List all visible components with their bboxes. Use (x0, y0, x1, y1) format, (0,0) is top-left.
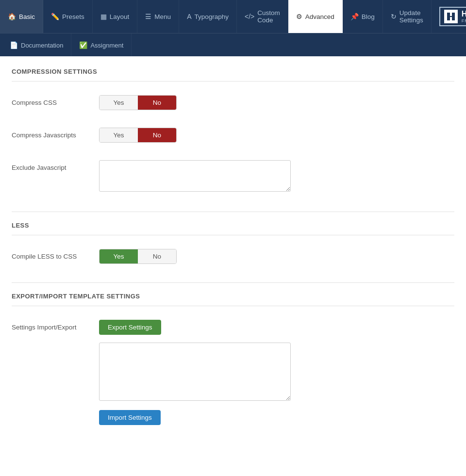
typography-icon: Α (187, 13, 191, 20)
settings-import-export-control: Export Settings Import Settings (99, 320, 454, 425)
compress-js-no[interactable]: No (138, 128, 176, 142)
divider-1 (12, 212, 454, 212)
compress-js-yes[interactable]: Yes (100, 128, 138, 142)
compression-settings-section: COMPRESSION SETTINGS Compress CSS Yes No… (12, 68, 454, 197)
compile-less-no[interactable]: No (138, 249, 176, 263)
compress-css-control: Yes No (99, 95, 454, 110)
exclude-js-textarea[interactable] (99, 160, 291, 192)
svg-rect-2 (447, 16, 455, 17)
nav-advanced-label: Advanced (305, 13, 334, 20)
compile-less-toggle[interactable]: Yes No (99, 249, 177, 264)
logo-box: HELIX3 FRAMEWORK (439, 7, 466, 26)
nav-item-documentation[interactable]: 📄 Documentation (2, 33, 71, 57)
assignment-icon: ✅ (79, 41, 87, 49)
nav-logo: HELIX3 FRAMEWORK (432, 0, 466, 33)
helix-logo-svg (446, 12, 456, 21)
logo-subtitle: FRAMEWORK (462, 18, 466, 23)
exclude-js-control (99, 160, 454, 193)
export-settings-button[interactable]: Export Settings (99, 320, 161, 335)
custom-code-icon: </> (245, 13, 254, 20)
compile-less-control: Yes No (99, 249, 454, 264)
nav-item-layout[interactable]: ▦ Layout (93, 0, 138, 33)
export-import-heading: EXPORT/IMPORT TEMPLATE SETTINGS (12, 293, 454, 306)
compress-js-toggle[interactable]: Yes No (99, 128, 177, 143)
nav-presets-label: Presets (62, 13, 84, 20)
compress-js-row: Compress Javascripts Yes No (12, 124, 454, 147)
nav-bottom: 📄 Documentation ✅ Assignment (0, 33, 466, 56)
main-content: COMPRESSION SETTINGS Compress CSS Yes No… (0, 56, 466, 476)
logo-text-block: HELIX3 FRAMEWORK (462, 10, 466, 23)
nav-item-presets[interactable]: ✏️ Presets (43, 0, 93, 33)
exclude-js-label: Exclude Javascript (12, 160, 99, 171)
exclude-js-row: Exclude Javascript (12, 156, 454, 197)
nav-top-left: 🏠 Basic ✏️ Presets ▦ Layout ☰ Menu Α Typ… (0, 0, 432, 33)
compress-css-no[interactable]: No (138, 96, 176, 110)
settings-import-export-label: Settings Import/Export (12, 320, 99, 331)
nav-layout-label: Layout (110, 13, 130, 20)
nav-item-basic[interactable]: 🏠 Basic (0, 0, 43, 33)
update-icon: ↻ (391, 13, 397, 20)
nav-item-typography[interactable]: Α Typography (179, 0, 237, 33)
compress-js-control: Yes No (99, 128, 454, 143)
menu-icon: ☰ (145, 13, 151, 20)
compress-css-toggle[interactable]: Yes No (99, 95, 177, 110)
nav-item-advanced[interactable]: ⚙ Advanced (288, 0, 343, 33)
compile-less-row: Compile LESS to CSS Yes No (12, 245, 454, 268)
nav-custom-code-label: Custom Code (257, 9, 280, 24)
logo-title: HELIX3 (462, 10, 466, 18)
blog-icon: 📌 (350, 13, 359, 20)
nav-top: 🏠 Basic ✏️ Presets ▦ Layout ☰ Menu Α Typ… (0, 0, 466, 56)
nav-documentation-label: Documentation (21, 42, 63, 49)
logo-icon (444, 10, 458, 23)
presets-icon: ✏️ (51, 13, 59, 20)
layout-icon: ▦ (100, 13, 107, 20)
compress-js-label: Compress Javascripts (12, 128, 99, 139)
compile-less-label: Compile LESS to CSS (12, 249, 99, 260)
nav-item-assignment[interactable]: ✅ Assignment (71, 33, 132, 57)
nav-item-update-settings[interactable]: ↻ Update Settings (383, 0, 432, 33)
nav-menu-label: Menu (154, 13, 171, 20)
nav-item-menu[interactable]: ☰ Menu (137, 0, 179, 33)
nav-assignment-label: Assignment (90, 42, 123, 49)
nav-basic-label: Basic (19, 13, 35, 20)
compress-css-row: Compress CSS Yes No (12, 91, 454, 114)
less-heading: LESS (12, 222, 454, 235)
compression-heading: COMPRESSION SETTINGS (12, 68, 454, 82)
compile-less-yes[interactable]: Yes (100, 249, 138, 263)
advanced-icon: ⚙ (296, 13, 302, 20)
compress-css-label: Compress CSS (12, 95, 99, 106)
nav-item-custom-code[interactable]: </> Custom Code (237, 0, 288, 33)
less-section: LESS Compile LESS to CSS Yes No (12, 222, 454, 268)
home-icon: 🏠 (8, 13, 16, 20)
import-settings-button[interactable]: Import Settings (99, 410, 161, 425)
documentation-icon: 📄 (10, 41, 18, 49)
import-export-textarea[interactable] (99, 343, 291, 401)
nav-item-blog[interactable]: 📌 Blog (343, 0, 383, 33)
settings-import-export-row: Settings Import/Export Export Settings I… (12, 316, 454, 429)
compress-css-yes[interactable]: Yes (100, 96, 138, 110)
nav-update-settings-label: Update Settings (399, 9, 423, 24)
nav-typography-label: Typography (194, 13, 229, 20)
divider-2 (12, 282, 454, 283)
nav-blog-label: Blog (362, 13, 375, 20)
export-import-section: EXPORT/IMPORT TEMPLATE SETTINGS Settings… (12, 293, 454, 429)
